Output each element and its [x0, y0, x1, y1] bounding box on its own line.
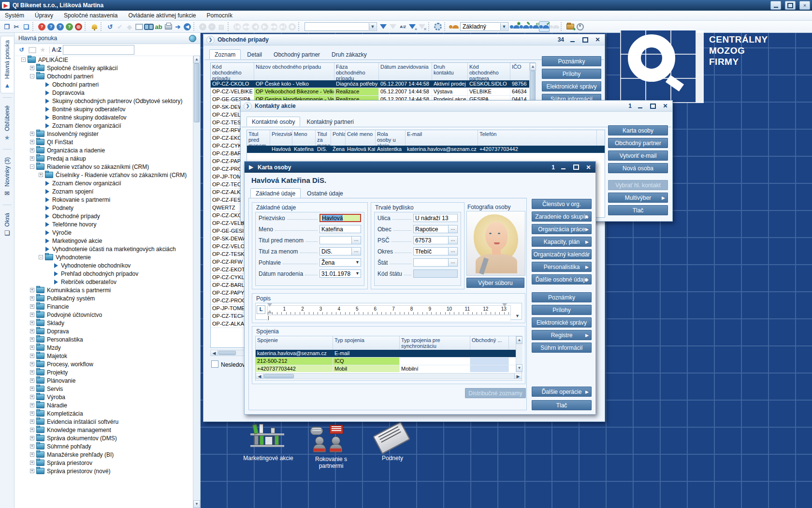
person-button-pr-lohy[interactable]: Prílohy — [532, 305, 592, 315]
column-header-d-tum-zaevidovania[interactable]: Dátum zaevidovania — [379, 63, 432, 80]
column-header-titul-za-menom[interactable]: Titul za menom — [316, 130, 331, 146]
connection-row[interactable]: katerina.havlova@seznam.czE-mail — [256, 350, 516, 358]
tree-scroll-thumb[interactable] — [194, 63, 200, 122]
tree-item-marketingov-akcie[interactable]: Marketingové akcie — [14, 237, 193, 245]
cases-scroll-left-icon[interactable]: ◀ — [211, 350, 218, 356]
tree-item-aplik-cie[interactable]: -APLIKÁCIE — [14, 56, 193, 64]
person-window-titlebar[interactable]: ▶ Karta osoby 1 ✕ — [245, 162, 595, 173]
person-close-button[interactable]: ✕ — [584, 164, 593, 171]
tree-item-bonitn-skupiny-dod-vate-ov[interactable]: Bonitné skupiny dodávateľov — [14, 113, 193, 121]
tree-item-obchodn-partneri[interactable]: Obchodní partneri — [14, 80, 193, 89]
choose-photo-button[interactable]: Výber súboru — [466, 278, 524, 288]
cases-scroll-up-icon[interactable]: ▲ — [530, 63, 536, 71]
notifications-bell-icon[interactable] — [89, 22, 99, 31]
field-input-t-t[interactable] — [413, 258, 449, 267]
cases-button-pozn-mky[interactable]: Poznámky — [542, 56, 601, 66]
column-header-rola-osoby-u-akcie[interactable]: Rola osoby u akcie — [376, 130, 406, 146]
expand-plus-icon[interactable]: + — [30, 428, 34, 432]
desktop-icon-marketing-actions[interactable]: Marketingové akcie — [242, 424, 295, 462]
tree-item-telef-nne-hovory[interactable]: Telefónne hovory — [14, 220, 193, 228]
filter-sort-icon[interactable]: ≡ — [407, 22, 417, 31]
person-button-s-hrn-inform-ci[interactable]: Súhrn informácií — [532, 343, 592, 353]
connection-row[interactable]: +420737703442MobilMobilní — [256, 365, 516, 372]
tree-item-qi-finstat[interactable]: +QI FinStat — [14, 138, 193, 146]
tree-item-spr-va-priestorov-nov[interactable]: +Správa priestorov (nové) — [14, 467, 193, 475]
tree-item-skupiny-obchodn-ch-partnerov-odbytov-sektory[interactable]: Skupiny obchodných partnerov (Odbytové s… — [14, 97, 193, 105]
quick-filter-combo[interactable]: ▼ — [304, 22, 377, 31]
column-header-pohlavie[interactable]: Pohlavie — [331, 130, 346, 146]
table-row[interactable]: OP-CZ-CKOLOOP České kolo - VelkoDiagnóza… — [211, 80, 535, 88]
tree-scrollbar[interactable]: ▲ ▼ — [193, 56, 200, 508]
menu-spolo-n-nastavenia[interactable]: Spoločné nastavenia — [64, 12, 117, 19]
contacts-minimize-button[interactable] — [636, 103, 644, 110]
cases-button-elektronick-spr-vy[interactable]: Elektronické správy — [542, 81, 601, 91]
column-header-meno[interactable]: Meno — [292, 130, 316, 146]
tree-item-sklady[interactable]: +Sklady — [14, 319, 193, 327]
conn-sc roll-down-icon[interactable]: ▼ — [516, 364, 522, 372]
tree-item-seln-ky-riadenie-vz-ahov-so-z-kazn-kmi-crm[interactable]: +Číselníky - Riadenie vzťahov so zákazní… — [14, 171, 193, 179]
expand-plus-icon[interactable]: + — [30, 444, 34, 448]
cases-tab-detail[interactable]: Detail — [242, 49, 267, 59]
person-tab-ostatn-daje[interactable]: Ostatné údaje — [302, 188, 348, 198]
tree-item-podnety[interactable]: Podnety — [14, 204, 193, 212]
person-button-personalistika[interactable]: Personalistika▶ — [532, 262, 592, 272]
chevron-down-icon[interactable]: ▼ — [500, 23, 508, 30]
field-input-titul-za-menom[interactable]: DiS. — [319, 247, 352, 255]
expand-plus-icon[interactable]: + — [30, 313, 34, 317]
person-window-icon[interactable]: ▭ — [529, 22, 539, 31]
connections-scrollbar[interactable]: ▲ ▼ — [516, 336, 522, 372]
expand-plus-icon[interactable]: + — [30, 148, 34, 152]
person-confirm-icon[interactable]: ✔ — [539, 21, 550, 32]
expand-plus-icon[interactable]: + — [30, 461, 34, 465]
tree-item-projekty[interactable]: +Projekty — [14, 368, 193, 376]
person-maximize-button[interactable] — [572, 164, 580, 171]
conn-scroll-left-icon[interactable]: ◀ — [256, 374, 263, 379]
contacts-close-button[interactable]: ✕ — [661, 103, 669, 110]
tree-item-zoznam-lenov-organiz-ci[interactable]: Zoznam členov organizácií — [14, 121, 193, 130]
field-input-k-d-t-tu[interactable] — [413, 269, 458, 278]
tree-item-zoznam-spojen[interactable]: Zoznam spojení — [14, 187, 193, 195]
contacts-maximize-button[interactable] — [649, 103, 657, 110]
column-header-e-mail[interactable]: E-mail — [406, 130, 478, 146]
table-row[interactable]: OP-CZ-VELBIKEOP Velkoobchod Bikezone - V… — [211, 88, 535, 96]
cases-tab-obchodn-partner[interactable]: Obchodný partner — [268, 49, 325, 59]
expand-plus-icon[interactable]: + — [30, 387, 34, 391]
lookup-ellipsis-button[interactable]: ... — [352, 236, 361, 244]
tree-item-rokovanie-s-partnermi[interactable]: Rokovanie s partnermi — [14, 195, 193, 204]
tree-item-knowledge-management[interactable]: +Knowledge management — [14, 426, 193, 434]
cases-window-titlebar[interactable]: ❯ Obchodné prípady 34 ✕ — [203, 34, 605, 45]
form-help-icon[interactable]: ? — [47, 23, 55, 30]
contacts-tab-kontaktn-partneri[interactable]: Kontaktný partneri — [301, 117, 359, 126]
expand-plus-icon[interactable]: + — [30, 304, 34, 309]
profile-combo[interactable]: Základný▼ — [460, 22, 508, 31]
person-button-kapacity-pl-n[interactable]: Kapacity, plán▶ — [532, 237, 592, 247]
tree-item-n-radie[interactable]: +Náradie — [14, 401, 193, 409]
contacts-button-tla[interactable]: Tlač — [608, 205, 668, 215]
expand-plus-icon[interactable]: + — [30, 321, 34, 325]
expand-plus-icon[interactable]: + — [30, 140, 34, 144]
ruler-align-box[interactable]: L — [257, 305, 265, 314]
collapse-minus-icon[interactable]: - — [21, 58, 26, 62]
column-header-obchodn[interactable]: Obchodný ... — [470, 336, 509, 350]
cases-tab-zoznam[interactable]: Zoznam — [209, 49, 241, 59]
cut-icon[interactable]: ✂ — [12, 22, 21, 31]
field-input-titul-pred-menom[interactable] — [319, 236, 352, 244]
lookup-ellipsis-button[interactable]: ... — [449, 247, 458, 255]
column-header-k-d-obchodn-ho-partnera[interactable]: Kód obchodného partnera — [468, 63, 510, 80]
sort-az-icon[interactable]: A↕Z — [398, 22, 407, 31]
print-icon[interactable] — [163, 22, 173, 31]
tree-item-financie[interactable]: +Financie — [14, 302, 193, 311]
person-button-pozn-mky[interactable]: Poznámky — [532, 292, 592, 302]
column-header-cel-meno[interactable]: Celé meno — [346, 130, 376, 146]
menu-ovl-danie-akt-vnej-funkcie[interactable]: Ovládanie aktívnej funkcie — [128, 12, 196, 19]
description-textarea[interactable] — [267, 315, 511, 322]
person-button-al-ie-osobn-daje[interactable]: Ďalšie osobné údaje▶ — [532, 274, 592, 284]
cases-tab-druh-z-kazky[interactable]: Druh zákazky — [326, 49, 372, 59]
lookup-ellipsis-button[interactable]: ... — [449, 258, 458, 267]
tree-item-s-hrnn-poh-ady[interactable]: +Súhrnné pohľady — [14, 442, 193, 450]
tree-item-pl-novanie[interactable]: +Plánovanie — [14, 376, 193, 385]
tree-item-dopravcovia[interactable]: Dopravcovia — [14, 89, 193, 97]
tree-item-personalistika[interactable]: +Personalistika — [14, 335, 193, 344]
expand-plus-icon[interactable]: + — [30, 436, 34, 440]
tree-scroll-down-icon[interactable]: ▼ — [193, 500, 200, 508]
